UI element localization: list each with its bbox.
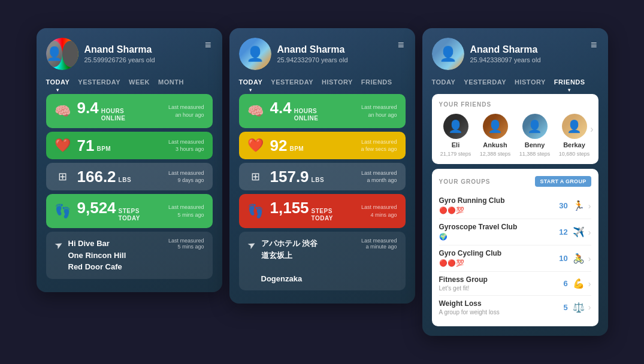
group-count-cycling: 10: [556, 254, 568, 263]
location-names-2: アパホテル 渋谷道玄坂上Dogenzaka: [261, 238, 318, 284]
heart-icon-1: ❤️: [55, 138, 71, 153]
dashboard-cards: 👤 Anand Sharma 25.599926726 years old ≡ …: [37, 28, 608, 335]
fitness-icon: 💪: [573, 278, 585, 289]
friend-name-berkay: Berkay: [563, 141, 585, 148]
stat-steps-1: 👣 9,524 STEPS TODAY Last measured5 mins …: [46, 194, 213, 228]
group-chevron-travel[interactable]: ›: [588, 228, 591, 237]
friend-avatar-ankush: 👤: [483, 114, 508, 139]
stat-bpm-1: ❤️ 71 BPM Last measured3 hours ago: [46, 132, 213, 159]
user-info-1: 👤 Anand Sharma 25.599926726 years old: [46, 38, 155, 70]
menu-icon-2[interactable]: ≡: [397, 38, 406, 53]
group-chevron-cycling[interactable]: ›: [588, 254, 591, 263]
tab-2-yesterday[interactable]: YESTERDAY: [271, 78, 313, 87]
user-age-3: 25.942338097 years old: [470, 56, 541, 63]
tabs-2: TODAY YESTERDAY HISTORY FRIENDS: [239, 78, 406, 87]
location-time-2: Last measureda minute ago: [361, 238, 397, 250]
group-name-travel: Gyroscope Travel Club: [439, 223, 556, 232]
friend-eli: 👤 Eli 21,179 steps: [439, 114, 473, 157]
group-name-weightloss: Weight Loss: [439, 299, 556, 309]
location-1: ➤ Hi Dive BarOne Rincon HillRed Door Caf…: [46, 232, 213, 279]
stat-right-hours-1: Last measuredan hour ago: [168, 104, 204, 119]
user-name-1: Anand Sharma: [84, 44, 155, 55]
user-info-3: 👤 Anand Sharma 25.942338097 years old: [432, 38, 541, 70]
group-name-cycling: Gyro Cycling Club: [439, 249, 556, 259]
tab-2-history[interactable]: HISTORY: [322, 78, 353, 87]
group-row-running: Gyro Running Club 🔴🔴💯 30 🏃 ›: [439, 193, 591, 219]
tab-3-today[interactable]: TODAY: [432, 78, 456, 87]
avatar-3: 👤: [432, 38, 464, 70]
groups-title: YOUR GROUPS: [439, 178, 491, 185]
friend-steps-eli: 21,179 steps: [440, 151, 471, 157]
steps-icon-2: 👣: [247, 204, 264, 219]
card-1-header: 👤 Anand Sharma 25.599926726 years old ≡: [46, 38, 213, 70]
tab-1-yesterday[interactable]: YESTERDAY: [78, 78, 120, 87]
groups-section: YOUR GROUPS START A GROUP Gyro Running C…: [432, 169, 598, 326]
weightloss-icon: ⚖️: [573, 302, 585, 313]
friend-name-benny: Benny: [525, 141, 545, 148]
tab-2-today[interactable]: TODAY: [239, 78, 263, 87]
group-count-travel: 12: [556, 228, 568, 236]
tab-3-history[interactable]: HISTORY: [515, 78, 546, 87]
location-time-1: Last measured5 mins ago: [168, 238, 204, 250]
stat-hours-1: 🧠 9.4 HOURS ONLINE Last measuredan hour …: [46, 94, 213, 128]
avatar-1: 👤: [46, 38, 78, 70]
friend-avatar-eli: 👤: [443, 114, 468, 139]
tab-1-month[interactable]: MONTH: [158, 78, 184, 87]
friend-name-eli: Eli: [452, 141, 459, 148]
tab-1-week[interactable]: WEEK: [129, 78, 150, 87]
group-sub-fitness: Let's get fit!: [439, 285, 556, 292]
brain-icon-1: 🧠: [55, 104, 71, 119]
friend-steps-berkay: 10,680 steps: [559, 151, 590, 157]
friends-wrapper: YOUR FRIENDS 👤 Eli 21,179 steps 👤 Ankush…: [432, 94, 598, 164]
steps-icon-1: 👣: [55, 204, 71, 219]
card-3-header: 👤 Anand Sharma 25.942338097 years old ≡: [432, 38, 598, 70]
group-count-fitness: 6: [556, 279, 568, 288]
group-chevron-fitness[interactable]: ›: [588, 279, 591, 289]
tabs-3: TODAY YESTERDAY HISTORY FRIENDS: [432, 78, 598, 87]
tab-1-today[interactable]: TODAY: [46, 78, 70, 87]
travel-icon: ✈️: [573, 226, 585, 238]
cycling-icon: 🚴: [573, 253, 585, 264]
group-name-fitness: Fitness Group: [439, 275, 556, 285]
stat-hours-2: 🧠 4.4 HOURS ONLINE Last measuredan hour …: [239, 94, 406, 128]
friends-title: YOUR FRIENDS: [439, 101, 591, 108]
location-icon-1: ➤: [52, 238, 65, 251]
friend-benny: 👤 Benny 11,388 steps: [518, 114, 552, 157]
user-text-1: Anand Sharma 25.599926726 years old: [84, 44, 155, 63]
card-2: 👤 Anand Sharma 25.942332970 years old ≡ …: [229, 28, 415, 304]
location-names-1: Hi Dive BarOne Rincon HillRed Door Cafe: [68, 238, 126, 273]
tab-3-friends[interactable]: FRIENDS: [554, 78, 585, 87]
card-2-header: 👤 Anand Sharma 25.942332970 years old ≡: [239, 38, 406, 70]
user-info-2: 👤 Anand Sharma 25.942332970 years old: [239, 38, 348, 70]
tab-2-friends[interactable]: FRIENDS: [361, 78, 392, 87]
location-2: ➤ アパホテル 渋谷道玄坂上Dogenzaka Last measureda m…: [239, 232, 406, 290]
heart-icon-2: ❤️: [247, 138, 264, 153]
friends-chevron[interactable]: ›: [590, 124, 593, 135]
group-row-fitness: Fitness Group Let's get fit! 6 💪 ›: [439, 272, 591, 296]
user-age-1: 25.599926726 years old: [84, 56, 155, 63]
stat-lbs-2: ⊞ 157.9 LBS Last measureda month ago: [239, 163, 406, 190]
group-count-weightloss: 5: [556, 303, 568, 312]
stat-left-hours-1: 🧠 9.4 HOURS ONLINE: [55, 100, 126, 122]
group-name-running: Gyro Running Club: [439, 196, 556, 206]
stat-bpm-2: ❤️ 92 BPM Last measureda few secs ago: [239, 132, 406, 159]
group-chevron-running[interactable]: ›: [588, 201, 591, 211]
hours-unit-1: HOURS ONLINE: [101, 108, 126, 122]
group-chevron-weightloss[interactable]: ›: [588, 302, 591, 312]
group-row-cycling: Gyro Cycling Club 🔴🔴💯 10 🚴 ›: [439, 245, 591, 272]
start-group-button[interactable]: START A GROUP: [535, 176, 591, 187]
user-text-3: Anand Sharma 25.942338097 years old: [470, 44, 541, 63]
avatar-2: 👤: [239, 38, 271, 70]
group-sub-weightloss: A group for weight loss: [439, 309, 556, 316]
hours-value-1: 9.4: [77, 100, 99, 116]
scale-icon-1: ⊞: [55, 170, 71, 183]
stat-value-row-1: 9.4 HOURS ONLINE: [77, 100, 126, 122]
stat-steps-2: 👣 1,155 STEPS TODAY Last measured4 mins …: [239, 194, 406, 228]
user-age-2: 25.942332970 years old: [277, 56, 348, 63]
tab-3-yesterday[interactable]: YESTERDAY: [464, 78, 506, 87]
group-row-travel: Gyroscope Travel Club 🌍 12 ✈️ ›: [439, 219, 591, 245]
friend-berkay: 👤 Berkay 10,680 steps: [558, 114, 591, 157]
friends-list: 👤 Eli 21,179 steps 👤 Ankush 12,388 steps…: [439, 114, 591, 157]
menu-icon-1[interactable]: ≡: [204, 38, 213, 53]
menu-icon-3[interactable]: ≡: [589, 38, 598, 53]
